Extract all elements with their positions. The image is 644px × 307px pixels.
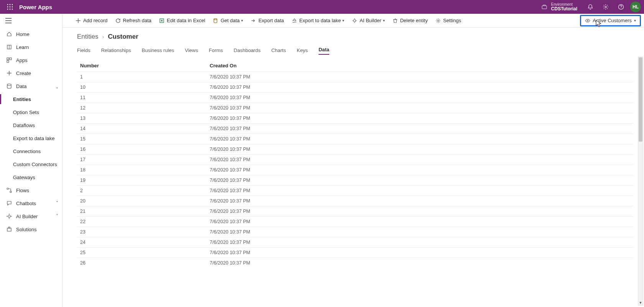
table-row[interactable]: 227/6/2020 10:37 PM: [77, 217, 633, 227]
scrollbar-thumb[interactable]: [639, 57, 642, 142]
settings-button[interactable]: [598, 0, 613, 14]
question-icon: [618, 4, 624, 10]
table-row[interactable]: 17/6/2020 10:37 PM: [77, 72, 633, 82]
view-selector[interactable]: Active Customers ▾: [580, 15, 641, 26]
table-row[interactable]: 257/6/2020 10:37 PM: [77, 248, 633, 258]
cmd-ai-builder[interactable]: AI Builder ▾: [348, 14, 388, 28]
svg-rect-18: [7, 58, 9, 60]
tab-label: Relationships: [101, 47, 131, 53]
database-icon: [5, 83, 13, 89]
cmd-label: Edit data in Excel: [167, 18, 205, 23]
nav-label: Gateways: [13, 175, 35, 180]
database-icon: [213, 18, 218, 23]
nav-flows[interactable]: Flows: [0, 184, 62, 197]
tab-label: Business rules: [142, 47, 174, 53]
table-row[interactable]: 187/6/2020 10:37 PM: [77, 165, 633, 175]
svg-point-7: [10, 9, 11, 10]
chevron-down-icon: ▾: [342, 18, 344, 23]
nav-data-custom-connectors[interactable]: Custom Connectors: [0, 158, 62, 171]
vertical-scrollbar[interactable]: ▲ ▼: [638, 57, 643, 305]
svg-point-8: [12, 9, 13, 10]
nav-data[interactable]: Data ˄: [0, 80, 62, 93]
scroll-down-arrow-icon: ▼: [638, 300, 643, 305]
nav-create[interactable]: Create: [0, 67, 62, 80]
table-row[interactable]: 27/6/2020 10:37 PM: [77, 186, 633, 196]
cell-created-on: 7/6/2020 10:37 PM: [208, 196, 633, 206]
cell-number: 16: [77, 144, 208, 155]
export-icon: [251, 18, 256, 23]
cell-number: 11: [77, 93, 208, 103]
tab-keys[interactable]: Keys: [297, 46, 308, 55]
table-row[interactable]: 247/6/2020 10:37 PM: [77, 237, 633, 248]
nav-data-export-lake[interactable]: Export to data lake: [0, 132, 62, 145]
table-row[interactable]: 127/6/2020 10:37 PM: [77, 103, 633, 113]
cell-number: 20: [77, 196, 208, 206]
table-row[interactable]: 137/6/2020 10:37 PM: [77, 113, 633, 124]
table-row[interactable]: 107/6/2020 10:37 PM: [77, 82, 633, 93]
table-row[interactable]: 147/6/2020 10:37 PM: [77, 124, 633, 134]
tab-business-rules[interactable]: Business rules: [142, 46, 174, 55]
cmd-delete-entity[interactable]: Delete entity: [389, 14, 432, 28]
tab-data[interactable]: Data: [319, 45, 329, 55]
nav-collapse-button[interactable]: [0, 14, 62, 28]
breadcrumb-root[interactable]: Entities: [77, 33, 99, 41]
help-button[interactable]: [613, 0, 629, 14]
column-header-label: Number: [80, 63, 99, 69]
cmd-get-data[interactable]: Get data ▾: [209, 14, 247, 28]
table-row[interactable]: 197/6/2020 10:37 PM: [77, 175, 633, 186]
tab-forms[interactable]: Forms: [209, 46, 223, 55]
nav-data-gateways[interactable]: Gateways: [0, 171, 62, 184]
cmd-settings[interactable]: Settings: [432, 14, 465, 28]
chevron-down-icon: ▾: [241, 18, 243, 23]
nav-apps[interactable]: Apps: [0, 54, 62, 67]
nav-label: Home: [16, 31, 30, 37]
cmd-export-lake[interactable]: Export to data lake ▾: [288, 14, 348, 28]
notifications-button[interactable]: [583, 0, 598, 14]
tab-label: Data: [319, 47, 329, 52]
nav-solutions[interactable]: Solutions: [0, 223, 62, 236]
chevron-down-icon: ▾: [634, 18, 636, 23]
cell-created-on: 7/6/2020 10:37 PM: [208, 72, 633, 82]
cmd-refresh-data[interactable]: Refresh data: [112, 14, 155, 28]
cmd-export-data[interactable]: Export data: [247, 14, 288, 28]
nav-label: Flows: [16, 188, 29, 193]
svg-rect-31: [7, 228, 11, 231]
cmd-add-record[interactable]: Add record: [72, 14, 112, 28]
svg-rect-20: [7, 60, 9, 62]
tab-relationships[interactable]: Relationships: [101, 46, 131, 55]
table-row[interactable]: 177/6/2020 10:37 PM: [77, 155, 633, 165]
user-avatar[interactable]: HL: [630, 2, 641, 12]
nav-ai-builder[interactable]: AI Builder ˅: [0, 210, 62, 223]
gear-icon: [435, 18, 441, 23]
nav-data-dataflows[interactable]: Dataflows: [0, 119, 62, 132]
environment-name: CDSTutorial: [551, 7, 577, 11]
nav-home[interactable]: Home: [0, 28, 62, 41]
table-row[interactable]: 217/6/2020 10:37 PM: [77, 206, 633, 217]
cell-number: 2: [77, 186, 208, 196]
table-row[interactable]: 157/6/2020 10:37 PM: [77, 134, 633, 144]
column-header-number[interactable]: Number: [77, 60, 208, 72]
table-row[interactable]: 207/6/2020 10:37 PM: [77, 196, 633, 206]
table-row[interactable]: 167/6/2020 10:37 PM: [77, 144, 633, 155]
nav-label: Custom Connectors: [13, 162, 57, 167]
tab-dashboards[interactable]: Dashboards: [234, 46, 261, 55]
cell-created-on: 7/6/2020 10:37 PM: [208, 227, 633, 237]
column-header-created-on[interactable]: Created On: [208, 60, 633, 72]
nav-learn[interactable]: Learn: [0, 41, 62, 54]
nav-data-connections[interactable]: Connections: [0, 145, 62, 158]
tab-charts[interactable]: Charts: [271, 46, 286, 55]
tab-fields[interactable]: Fields: [77, 46, 90, 55]
table-row[interactable]: 117/6/2020 10:37 PM: [77, 93, 633, 103]
tab-views[interactable]: Views: [185, 46, 198, 55]
nav-chatbots[interactable]: Chatbots ˅: [0, 197, 62, 210]
cell-created-on: 7/6/2020 10:37 PM: [208, 165, 633, 175]
nav-data-entities[interactable]: Entities: [0, 93, 62, 106]
chevron-down-icon: ˅: [56, 201, 58, 206]
table-row[interactable]: 237/6/2020 10:37 PM: [77, 227, 633, 237]
app-launcher-button[interactable]: [3, 0, 17, 14]
nav-data-option-sets[interactable]: Option Sets: [0, 106, 62, 119]
cmd-edit-excel[interactable]: Edit data in Excel: [155, 14, 209, 28]
table-row[interactable]: 267/6/2020 10:37 PM: [77, 258, 633, 268]
environment-picker[interactable]: Environment CDSTutorial: [540, 2, 577, 11]
cell-number: 26: [77, 258, 208, 268]
